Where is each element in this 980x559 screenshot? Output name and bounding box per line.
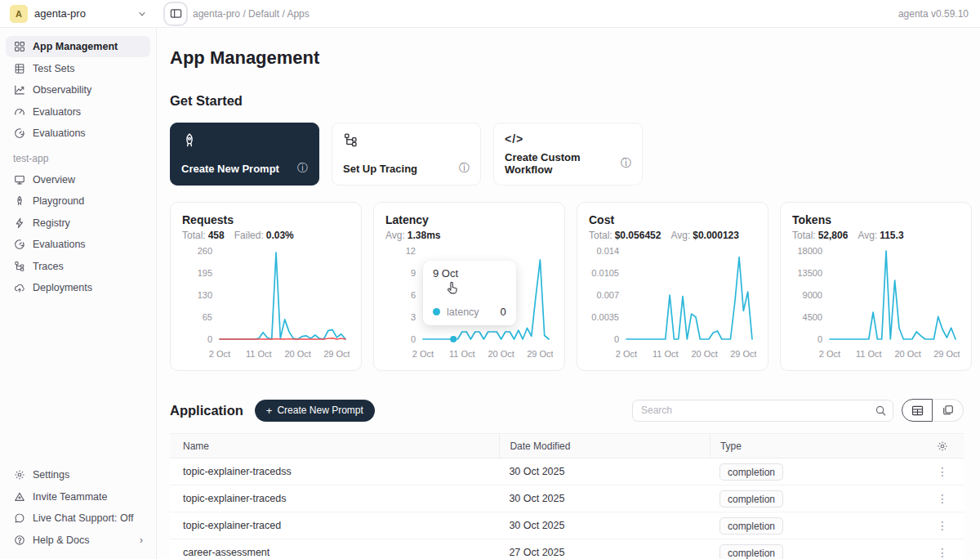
tree-icon bbox=[343, 132, 359, 149]
column-header-date-modified[interactable]: Date Modified bbox=[499, 434, 710, 458]
sidebar-item-label: Evaluations bbox=[33, 127, 86, 139]
rocket-icon bbox=[181, 132, 198, 149]
info-icon[interactable]: ⓘ bbox=[621, 156, 631, 171]
sidebar-toggle-button[interactable] bbox=[163, 2, 188, 26]
lightning-icon bbox=[13, 217, 25, 229]
svg-text:20 Oct: 20 Oct bbox=[284, 349, 310, 359]
sidebar-item-app-management[interactable]: App Management bbox=[6, 36, 150, 57]
stat-value: 0.03% bbox=[266, 230, 294, 241]
svg-text:65: 65 bbox=[203, 312, 212, 322]
chevron-down-icon bbox=[137, 9, 147, 19]
cost-chart[interactable]: 00.00350.0070.01050.0142 Oct11 Oct20 Oct… bbox=[589, 246, 756, 365]
create-new-prompt-button[interactable]: + Create New Prompt bbox=[255, 400, 375, 422]
table-settings[interactable] bbox=[921, 440, 964, 452]
column-header-name[interactable]: Name bbox=[170, 440, 499, 452]
svg-text:130: 130 bbox=[198, 290, 212, 300]
application-header: Application + Create New Prompt bbox=[170, 399, 964, 422]
main-content: App Management Get Started Create New Pr… bbox=[157, 28, 980, 559]
sidebar-item-label: Invite Teammate bbox=[33, 491, 107, 503]
chart-title: Cost bbox=[589, 213, 756, 226]
breadcrumb[interactable]: agenta-pro / Default / Apps bbox=[193, 8, 310, 20]
table-view-button[interactable] bbox=[902, 399, 933, 422]
sidebar-item-observability[interactable]: Observability bbox=[6, 79, 150, 101]
card-view-button[interactable] bbox=[933, 399, 964, 422]
sidebar-item-label: Evaluations bbox=[33, 239, 86, 250]
stat-label: Avg: bbox=[385, 230, 405, 241]
requests-chart[interactable]: 0651301952602 Oct11 Oct20 Oct29 Oct bbox=[182, 246, 350, 365]
svg-text:11 Oct: 11 Oct bbox=[449, 349, 475, 359]
cloud-icon bbox=[13, 282, 25, 294]
svg-text:260: 260 bbox=[198, 246, 212, 256]
table-row[interactable]: topic-explainer-traceds 30 Oct 2025 comp… bbox=[170, 485, 964, 512]
stat-label: Avg: bbox=[858, 230, 877, 241]
applications-table: Name Date Modified Type topic-explainer-… bbox=[170, 433, 964, 559]
speed-dial-icon bbox=[13, 127, 25, 140]
sidebar-item-test-sets[interactable]: Test Sets bbox=[6, 58, 150, 79]
app-date: 27 Oct 2025 bbox=[499, 547, 710, 558]
sidebar-item-invite-teammate[interactable]: Invite Teammate bbox=[6, 486, 150, 508]
search-input[interactable] bbox=[632, 400, 893, 422]
svg-text:4500: 4500 bbox=[803, 312, 822, 322]
stat-label: Total: bbox=[792, 230, 816, 241]
info-icon[interactable]: ⓘ bbox=[297, 161, 308, 176]
stat-value: $0.056452 bbox=[615, 230, 662, 241]
create-custom-workflow-card[interactable]: </> Create Custom Workflow ⓘ bbox=[493, 123, 643, 186]
sidebar-item-label: Evaluators bbox=[33, 106, 81, 118]
chart-tooltip: 9 Oct latency 0 bbox=[423, 261, 516, 325]
workspace-name: agenta-pro bbox=[34, 7, 131, 20]
table-row[interactable]: topic-explainer-tracedss 30 Oct 2025 com… bbox=[170, 458, 964, 485]
info-icon[interactable]: ⓘ bbox=[459, 161, 470, 176]
requests-card: Requests Total:458 Failed:0.03% 06513019… bbox=[170, 202, 362, 371]
table-row[interactable]: career-assessment 27 Oct 2025 completion… bbox=[170, 539, 964, 559]
table-row[interactable]: topic-explainer-traced 30 Oct 2025 compl… bbox=[170, 512, 964, 539]
svg-text:0: 0 bbox=[411, 334, 416, 344]
kebab-menu-icon[interactable]: ⋮ bbox=[937, 520, 948, 531]
create-new-prompt-card[interactable]: Create New Prompt ⓘ bbox=[170, 123, 319, 186]
gear-icon bbox=[937, 440, 948, 452]
kebab-menu-icon[interactable]: ⋮ bbox=[937, 493, 948, 504]
sidebar-item-evaluations[interactable]: Evaluations bbox=[6, 123, 150, 144]
kebab-menu-icon[interactable]: ⋮ bbox=[937, 466, 948, 477]
cost-card: Cost Total:$0.056452 Avg:$0.000123 00.00… bbox=[577, 202, 768, 371]
create-button-label: Create New Prompt bbox=[277, 405, 363, 416]
view-toggle bbox=[902, 399, 964, 422]
sidebar-item-label: Deployments bbox=[33, 282, 92, 293]
app-name: career-assessment bbox=[170, 547, 499, 558]
kebab-menu-icon[interactable]: ⋮ bbox=[937, 547, 948, 558]
tree-icon bbox=[13, 260, 25, 272]
workspace-switcher[interactable]: A agenta-pro bbox=[0, 5, 157, 23]
sidebar-item-deployments[interactable]: Deployments bbox=[6, 277, 150, 298]
sidebar-item-settings[interactable]: Settings bbox=[6, 464, 150, 485]
tokens-chart[interactable]: 04500900013500180002 Oct11 Oct20 Oct29 O… bbox=[792, 246, 960, 365]
sidebar-item-playground[interactable]: Playground bbox=[6, 190, 150, 212]
svg-text:9000: 9000 bbox=[803, 290, 822, 300]
metric-cards: Requests Total:458 Failed:0.03% 06513019… bbox=[170, 202, 964, 371]
tooltip-series: latency bbox=[447, 306, 479, 318]
sidebar-item-traces[interactable]: Traces bbox=[6, 256, 150, 277]
svg-text:20 Oct: 20 Oct bbox=[691, 349, 717, 359]
gauge-icon bbox=[13, 105, 25, 118]
sidebar-item-live-chat-support[interactable]: Live Chat Support: Off bbox=[6, 508, 150, 529]
rocket-icon bbox=[13, 195, 25, 208]
svg-text:0.014: 0.014 bbox=[596, 246, 619, 256]
svg-text:20 Oct: 20 Oct bbox=[488, 349, 514, 359]
get-started-heading: Get Started bbox=[170, 93, 964, 109]
sidebar-item-help-docs[interactable]: Help & Docs › bbox=[6, 530, 150, 551]
app-date: 30 Oct 2025 bbox=[499, 466, 710, 477]
sidebar-item-overview[interactable]: Overview bbox=[6, 169, 150, 190]
column-header-type[interactable]: Type bbox=[710, 434, 921, 458]
sidebar-item-evaluators[interactable]: Evaluators bbox=[6, 101, 150, 123]
svg-text:20 Oct: 20 Oct bbox=[894, 349, 920, 359]
search-icon[interactable] bbox=[875, 405, 887, 417]
sidebar-item-evaluations-app[interactable]: Evaluations bbox=[6, 234, 150, 255]
svg-text:11 Oct: 11 Oct bbox=[856, 349, 882, 359]
svg-text:29 Oct: 29 Oct bbox=[323, 349, 350, 359]
chart-title: Tokens bbox=[792, 213, 960, 226]
svg-text:2 Oct: 2 Oct bbox=[819, 349, 840, 359]
set-up-tracing-card[interactable]: Set Up Tracing ⓘ bbox=[332, 123, 481, 186]
hand-cursor-icon bbox=[444, 280, 460, 296]
svg-text:29 Oct: 29 Oct bbox=[730, 349, 756, 359]
svg-text:0.0105: 0.0105 bbox=[591, 268, 619, 278]
svg-text:0: 0 bbox=[817, 334, 822, 344]
sidebar-item-registry[interactable]: Registry bbox=[6, 212, 150, 234]
